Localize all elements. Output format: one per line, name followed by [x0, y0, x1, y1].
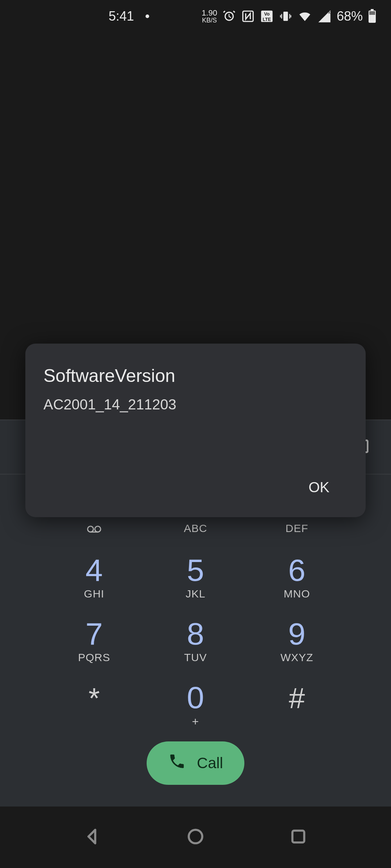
status-dot: [146, 14, 149, 18]
navigation-bar: [0, 807, 391, 868]
key-4[interactable]: 4 GHI: [43, 554, 145, 600]
status-right: 1.90 KB/S VoLTE x 68%: [202, 9, 377, 24]
voicemail-icon: [43, 522, 145, 536]
svg-rect-8: [369, 11, 375, 15]
nav-recent-icon[interactable]: [288, 826, 308, 848]
status-time: 5:41: [109, 9, 134, 24]
dialog-body: AC2001_14_211203: [43, 396, 348, 413]
software-version-dialog: SoftwareVersion AC2001_14_211203 OK: [25, 344, 366, 517]
network-speed: 1.90 KB/S: [202, 9, 217, 24]
key-7[interactable]: 7 PQRS: [43, 618, 145, 664]
battery-percent: 68%: [337, 9, 363, 24]
key-6[interactable]: 6 MNO: [246, 554, 348, 600]
phone-icon: [168, 752, 186, 774]
status-left: 5:41: [109, 9, 149, 24]
status-bar: 5:41 1.90 KB/S VoLTE x 68%: [0, 0, 391, 33]
nav-back-icon[interactable]: [83, 826, 103, 848]
signal-icon: x: [317, 9, 332, 24]
svg-point-12: [189, 830, 202, 843]
vibrate-icon: [279, 9, 293, 23]
svg-point-9: [88, 526, 93, 532]
svg-text:LTE: LTE: [262, 17, 271, 22]
battery-icon: [368, 9, 377, 24]
nav-home-icon[interactable]: [185, 826, 206, 848]
nfc-icon: [241, 9, 255, 23]
svg-rect-7: [371, 9, 374, 10]
volte-icon: VoLTE: [260, 9, 274, 23]
svg-point-10: [95, 526, 101, 532]
svg-rect-4: [283, 12, 288, 21]
call-button[interactable]: Call: [147, 741, 244, 785]
key-9[interactable]: 9 WXYZ: [246, 618, 348, 664]
dialog-title: SoftwareVersion: [43, 365, 348, 386]
call-label: Call: [197, 754, 223, 772]
key-5[interactable]: 5 JKL: [145, 554, 246, 600]
svg-text:x: x: [328, 9, 331, 15]
key-hash[interactable]: #: [246, 682, 348, 728]
svg-text:Vo: Vo: [264, 12, 270, 17]
key-star[interactable]: *: [43, 682, 145, 728]
key-0[interactable]: 0 +: [145, 682, 246, 728]
key-8[interactable]: 8 TUV: [145, 618, 246, 664]
svg-rect-13: [293, 831, 304, 843]
dialog-ok-button[interactable]: OK: [290, 472, 348, 503]
wifi-icon: [298, 9, 312, 24]
alarm-icon: [222, 9, 236, 23]
